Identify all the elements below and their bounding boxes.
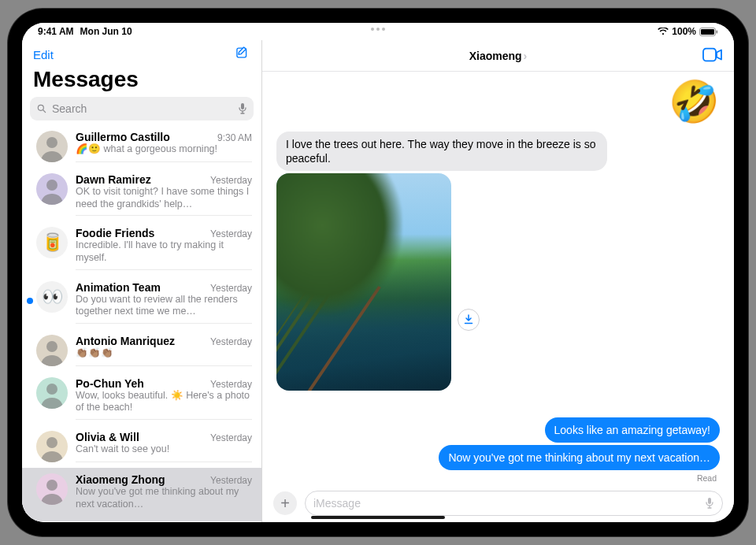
conversation-time: Yesterday [210, 283, 252, 294]
conversation-time: Yesterday [210, 336, 252, 347]
conversation-time: Yesterday [210, 432, 252, 443]
svg-rect-1 [701, 29, 714, 35]
video-icon [702, 47, 723, 61]
conversation-preview: Incredible. I'll have to try making it m… [76, 239, 252, 264]
conversation-row[interactable]: 🥫Foodie FriendsYesterdayIncredible. I'll… [22, 221, 261, 275]
conversation-preview: 👏🏽👏🏽👏🏽 [76, 347, 252, 360]
svg-rect-14 [703, 48, 716, 61]
conversation-time: 9:30 AM [217, 132, 252, 143]
conversation-row[interactable]: Olivia & WillYesterdayCan't wait to see … [22, 425, 261, 468]
svg-point-9 [46, 341, 57, 352]
conversation-row[interactable]: Guillermo Castillo9:30 AM🌈🙂 what a gorge… [22, 125, 261, 168]
avatar: 👀 [36, 281, 68, 313]
conversation-sidebar: Edit Messages Guillermo Castillo9:30 AM🌈… [22, 40, 262, 522]
conversation-row[interactable]: Antonio ManriquezYesterday👏🏽👏🏽👏🏽 [22, 329, 261, 372]
svg-point-7 [46, 137, 57, 148]
avatar [36, 335, 68, 366]
svg-line-5 [43, 110, 46, 113]
svg-rect-15 [708, 498, 711, 504]
svg-rect-2 [717, 30, 718, 33]
conversation-time: Yesterday [210, 475, 252, 486]
search-field[interactable] [30, 97, 254, 120]
avatar [36, 473, 68, 505]
svg-point-11 [46, 437, 57, 448]
dictation-icon[interactable] [705, 497, 714, 510]
svg-point-4 [38, 105, 43, 110]
conversation-name: Antonio Manriquez [76, 335, 175, 347]
conversation-preview: Wow, looks beautiful. ☀️ Here's a photo … [76, 390, 252, 414]
conversation-preview: Can't wait to see you! [76, 443, 252, 456]
conversation-name: Foodie Friends [76, 227, 154, 239]
message-photo[interactable] [276, 173, 451, 391]
chevron-right-icon: › [524, 50, 528, 62]
conversation-preview: 🌈🙂 what a gorgeous morning! [76, 143, 252, 156]
edit-button[interactable]: Edit [33, 48, 54, 61]
conversation-row[interactable]: Po-Chun YehYesterdayWow, looks beautiful… [22, 372, 261, 425]
avatar [36, 377, 68, 409]
message-outgoing[interactable]: Now you've got me thinking about my next… [439, 445, 720, 470]
conversation-row[interactable]: Xiaomeng ZhongYesterdayNow you've got me… [22, 468, 261, 521]
conversation-name: Olivia & Will [76, 431, 139, 443]
message-input[interactable] [313, 497, 699, 510]
reaction-emoji: 🤣 [669, 81, 720, 122]
dictation-icon[interactable] [238, 102, 247, 115]
facetime-button[interactable] [702, 47, 723, 64]
wifi-icon [658, 28, 669, 35]
conversation-time: Yesterday [210, 379, 252, 390]
search-input[interactable] [52, 102, 233, 115]
home-indicator[interactable] [311, 516, 445, 519]
avatar: 🥫 [36, 227, 68, 258]
conversation-row[interactable]: Ashley RicoYesterday [22, 521, 261, 522]
read-receipt: Read [697, 473, 717, 483]
conversation-time: Yesterday [210, 228, 252, 239]
plus-icon: + [280, 495, 290, 513]
conversation-preview: Now you've got me thinking about my next… [76, 486, 252, 510]
conversation-name: Animation Team [76, 281, 161, 294]
svg-point-8 [46, 180, 57, 191]
conversation-row[interactable]: Dawn RamirezYesterdayOK to visit tonight… [22, 168, 261, 221]
chat-pane: Xiaomeng › 🤣 I love the trees out here. … [262, 40, 734, 522]
conversation-name: Po-Chun Yeh [76, 377, 144, 390]
svg-rect-6 [241, 103, 244, 109]
chat-title: Xiaomeng [469, 50, 522, 62]
avatar [36, 131, 68, 162]
conversation-name: Guillermo Castillo [76, 131, 170, 143]
chat-header: Xiaomeng › [262, 40, 734, 72]
chat-title-button[interactable]: Xiaomeng › [469, 50, 528, 62]
status-bar: 9:41 AM Mon Jun 10 100% [22, 23, 734, 40]
conversation-name: Xiaomeng Zhong [76, 473, 165, 486]
conversation-time: Yesterday [210, 175, 252, 186]
conversation-preview: OK to visit tonight? I have some things … [76, 186, 252, 210]
multitask-indicator[interactable] [371, 28, 385, 31]
conversation-list[interactable]: Guillermo Castillo9:30 AM🌈🙂 what a gorge… [22, 125, 261, 522]
conversation-row[interactable]: 👀Animation TeamYesterdayDo you want to r… [22, 276, 261, 329]
add-attachment-button[interactable]: + [273, 491, 297, 515]
conversation-preview: Do you want to review all the renders to… [76, 294, 252, 318]
svg-point-10 [46, 384, 57, 395]
page-title: Messages [22, 67, 261, 97]
svg-point-12 [46, 480, 57, 491]
message-outgoing[interactable]: Looks like an amazing getaway! [545, 417, 720, 443]
avatar [36, 173, 68, 205]
download-icon [463, 314, 474, 325]
compose-button[interactable] [235, 45, 250, 64]
battery-icon [699, 28, 718, 36]
unread-indicator [27, 298, 33, 304]
status-time: 9:41 AM [38, 26, 74, 37]
status-date: Mon Jun 10 [80, 26, 132, 37]
compose-icon [235, 45, 250, 61]
battery-percent: 100% [672, 26, 696, 37]
search-icon [36, 103, 47, 114]
save-photo-button[interactable] [458, 309, 480, 331]
avatar [36, 431, 68, 462]
message-incoming[interactable]: I love the trees out here. The way they … [276, 132, 607, 171]
conversation-name: Dawn Ramirez [76, 173, 151, 186]
message-input-wrap[interactable] [305, 491, 723, 516]
